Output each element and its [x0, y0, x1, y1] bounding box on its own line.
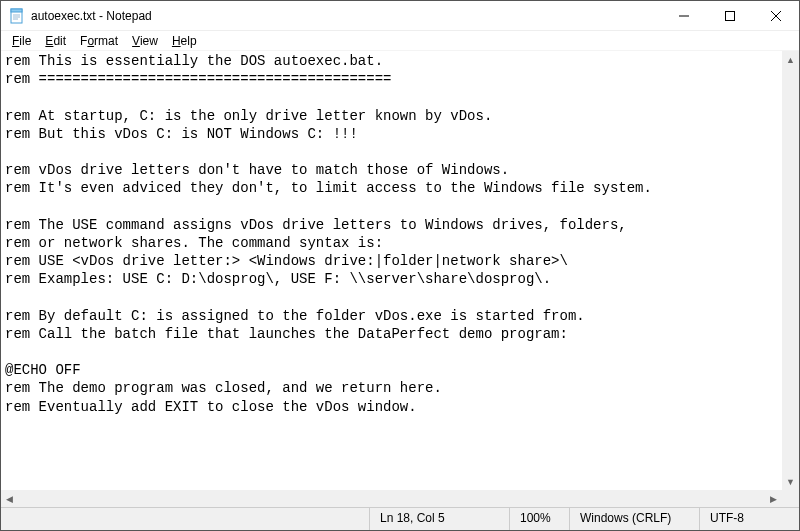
menu-view-rest: iew [140, 34, 158, 48]
status-encoding: UTF-8 [699, 508, 799, 530]
close-icon [771, 11, 781, 21]
menu-edit-rest: dit [53, 34, 66, 48]
svg-rect-1 [11, 9, 22, 12]
menu-file-rest: ile [19, 34, 31, 48]
scroll-down-button[interactable]: ▼ [782, 473, 799, 490]
menu-format[interactable]: Format [73, 33, 125, 49]
text-editor[interactable]: rem This is essentially the DOS autoexec… [1, 51, 782, 490]
menu-edit[interactable]: Edit [38, 33, 73, 49]
menu-format-rest: rmat [94, 34, 118, 48]
titlebar: autoexec.txt - Notepad [1, 1, 799, 31]
scroll-left-button[interactable]: ◀ [1, 490, 18, 507]
status-zoom: 100% [509, 508, 569, 530]
scroll-up-button[interactable]: ▲ [782, 51, 799, 68]
horizontal-scrollbar[interactable]: ◀ ▶ [1, 490, 782, 507]
notepad-icon [9, 8, 25, 24]
status-cursor-position: Ln 18, Col 5 [369, 508, 509, 530]
menubar: File Edit Format View Help [1, 31, 799, 51]
vertical-scrollbar[interactable]: ▲ ▼ [782, 51, 799, 490]
editor-area: rem This is essentially the DOS autoexec… [1, 51, 799, 507]
menu-help-rest: elp [181, 34, 197, 48]
scrollbar-corner [782, 490, 799, 507]
notepad-window: autoexec.txt - Notepad File Edit Format … [0, 0, 800, 531]
svg-rect-6 [726, 11, 735, 20]
window-title: autoexec.txt - Notepad [31, 9, 661, 23]
maximize-button[interactable] [707, 1, 753, 30]
vertical-scroll-track[interactable] [782, 68, 799, 473]
close-button[interactable] [753, 1, 799, 30]
menu-view-ul: V [132, 34, 140, 48]
menu-file[interactable]: File [5, 33, 38, 49]
status-line-ending: Windows (CRLF) [569, 508, 699, 530]
minimize-button[interactable] [661, 1, 707, 30]
menu-help-ul: H [172, 34, 181, 48]
horizontal-scroll-track[interactable] [18, 490, 765, 507]
window-controls [661, 1, 799, 30]
scroll-right-button[interactable]: ▶ [765, 490, 782, 507]
statusbar: Ln 18, Col 5 100% Windows (CRLF) UTF-8 [1, 507, 799, 530]
menu-view[interactable]: View [125, 33, 165, 49]
minimize-icon [679, 11, 689, 21]
maximize-icon [725, 11, 735, 21]
status-spacer [1, 508, 369, 530]
menu-help[interactable]: Help [165, 33, 204, 49]
